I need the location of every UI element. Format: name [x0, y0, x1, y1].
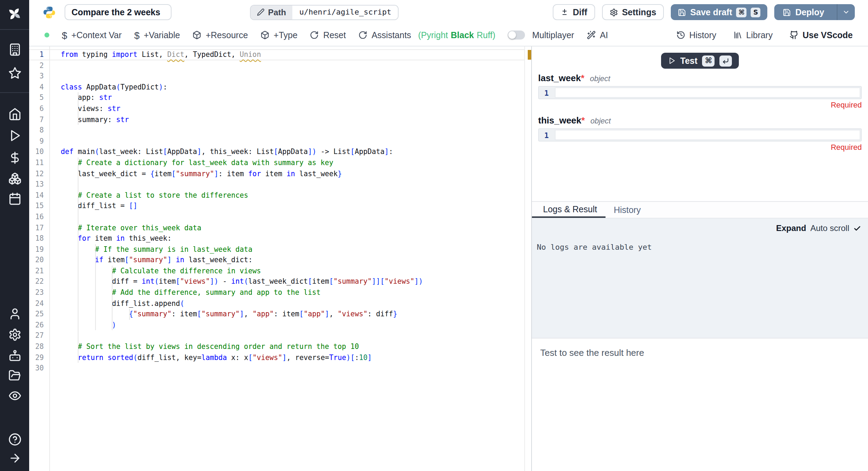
code-line[interactable]: 28 # Sort the list by views in descendin…	[29, 341, 531, 352]
reset-button[interactable]: Reset	[310, 30, 346, 40]
sidebar-expand-button[interactable]	[7, 451, 22, 466]
black-status: Black	[451, 30, 474, 40]
code-line[interactable]: 24 diff_list.append(	[29, 298, 531, 309]
ai-button[interactable]: AI	[587, 30, 608, 40]
add-context-var-button[interactable]: $ +Context Var	[62, 30, 122, 40]
code-line[interactable]: 12 last_week_dict = {item["summary"]: it…	[29, 168, 531, 179]
add-resource-button[interactable]: +Resource	[192, 30, 248, 40]
line-number: 26	[29, 320, 49, 331]
code-line[interactable]: 20 if item["summary"] in last_week_dict:	[29, 255, 531, 266]
code-line[interactable]: 30	[29, 363, 531, 374]
line-number: 25	[29, 309, 49, 320]
tab-logs-result[interactable]: Logs & Result	[532, 202, 606, 218]
sidebar-variables-button[interactable]	[7, 150, 22, 165]
add-type-button[interactable]: +Type	[260, 30, 298, 40]
line-number: 29	[29, 352, 49, 363]
code-text: summary: str	[61, 114, 531, 125]
code-line[interactable]: 25 {"summary": item["summary"], "app": i…	[29, 309, 531, 320]
sidebar-settings-button[interactable]	[7, 327, 22, 342]
required-message: Required	[538, 143, 862, 151]
code-line[interactable]: 29 return sorted(diff_list, key=lambda x…	[29, 352, 531, 363]
toggle-knob	[509, 31, 516, 39]
sidebar-workspace-button[interactable]	[7, 42, 22, 57]
indent-guide	[78, 103, 78, 114]
indent-guide	[78, 179, 78, 190]
this-week-input[interactable]: 1	[538, 128, 862, 142]
path-field[interactable]: Path u/henri/agile_script	[250, 5, 399, 20]
library-button[interactable]: Library	[733, 30, 773, 40]
code-line[interactable]: 6 views: str	[29, 103, 531, 114]
indent-guide	[112, 298, 112, 309]
sidebar-home-button[interactable]	[7, 106, 22, 122]
line-number: 12	[29, 168, 49, 179]
code-line[interactable]: 5 app: str	[29, 93, 531, 103]
sidebar-folders-button[interactable]	[7, 368, 22, 383]
sidebar-help-button[interactable]	[7, 432, 22, 447]
path-value[interactable]: u/henri/agile_script	[292, 5, 398, 19]
code-line[interactable]: 26 )	[29, 320, 531, 331]
dollar-icon: $	[134, 30, 140, 40]
sidebar-audit-logs-button[interactable]	[7, 388, 22, 403]
code-line[interactable]: 10def main(last_week: List[AppData], thi…	[29, 147, 531, 157]
code-line[interactable]: 22 diff = int(item["views"]) - int(last_…	[29, 276, 531, 287]
code-line[interactable]: 13	[29, 179, 531, 190]
sidebar-users-button[interactable]	[7, 306, 22, 322]
code-line[interactable]: 23 # Add the difference, summary and app…	[29, 287, 531, 298]
json-input-area[interactable]	[555, 130, 860, 140]
required-star: *	[581, 115, 585, 126]
use-vscode-button[interactable]: Use VScode	[789, 30, 853, 40]
check-icon[interactable]	[853, 224, 861, 232]
test-button[interactable]: Test ⌘	[661, 53, 739, 69]
add-variable-button[interactable]: $ +Variable	[134, 30, 180, 40]
path-edit-chip[interactable]: Path	[251, 5, 292, 19]
expand-button[interactable]: Expand	[776, 223, 806, 233]
code-line[interactable]: 15 diff_list = []	[29, 201, 531, 212]
code-line[interactable]: 11 # Create a dictionary for last_week d…	[29, 157, 531, 168]
code-editor[interactable]: 1from typing import List, Dict, TypedDic…	[29, 46, 531, 471]
last-week-input[interactable]: 1	[538, 86, 862, 99]
code-line[interactable]: 27	[29, 331, 531, 341]
code-text	[61, 179, 531, 190]
sidebar-resources-button[interactable]	[7, 171, 22, 186]
sidebar-workers-button[interactable]	[7, 348, 22, 363]
code-line[interactable]: 4class AppData(TypedDict):	[29, 82, 531, 93]
line-number: 21	[29, 266, 49, 276]
indent-guide	[78, 244, 78, 255]
code-line[interactable]: 18 for item in this_week:	[29, 233, 531, 244]
indent-guide	[78, 287, 78, 298]
code-line[interactable]: 2	[29, 60, 531, 71]
save-draft-button[interactable]: Save draft ⌘ S	[671, 4, 768, 20]
line-number: 1	[539, 129, 554, 141]
code-line[interactable]: 9	[29, 136, 531, 147]
code-line[interactable]: 7 summary: str	[29, 114, 531, 125]
code-text: if item["summary"] in last_week_dict:	[61, 255, 531, 266]
assistants-button[interactable]: Assistants	[358, 30, 411, 40]
deploy-dropdown-button[interactable]	[837, 4, 855, 20]
code-line[interactable]: 14 # Create a list to store the differen…	[29, 190, 531, 200]
code-line[interactable]: 19 # If the summary is in last_week data	[29, 244, 531, 255]
sidebar-schedules-button[interactable]	[7, 191, 22, 206]
code-line[interactable]: 3	[29, 71, 531, 82]
windmill-logo[interactable]	[7, 6, 22, 22]
code-line[interactable]: 16	[29, 212, 531, 222]
gear-icon	[609, 8, 618, 16]
history-button[interactable]: History	[676, 30, 716, 40]
multiplayer-toggle[interactable]	[508, 31, 525, 40]
code-line[interactable]: 21 # Calculate the difference in views	[29, 266, 531, 276]
tab-history[interactable]: History	[606, 202, 649, 218]
line-number: 19	[29, 244, 49, 255]
sidebar-favorites-button[interactable]	[7, 66, 22, 81]
overview-ruler[interactable]	[524, 46, 531, 471]
code-text: # Iterate over this_week data	[61, 222, 531, 233]
code-line[interactable]: 17 # Iterate over this_week data	[29, 222, 531, 233]
sidebar	[0, 0, 29, 471]
arg-type: object	[590, 74, 610, 83]
diff-button[interactable]: Diff	[553, 4, 595, 20]
json-input-area[interactable]	[555, 87, 860, 98]
code-line[interactable]: 8	[29, 125, 531, 136]
script-title-input[interactable]	[65, 4, 172, 20]
sidebar-runs-button[interactable]	[7, 128, 22, 143]
code-line[interactable]: 1from typing import List, Dict, TypedDic…	[29, 49, 531, 60]
settings-button[interactable]: Settings	[602, 4, 664, 20]
deploy-button[interactable]: Deploy	[775, 4, 833, 20]
